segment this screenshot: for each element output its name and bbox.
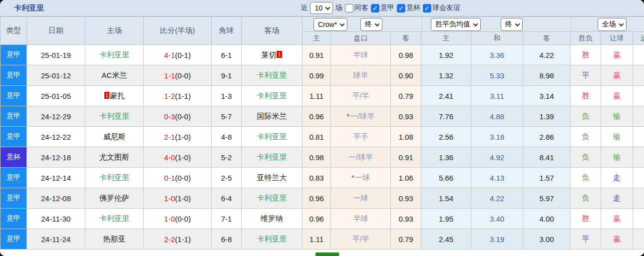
- corners-cell: 9-1: [212, 65, 242, 86]
- serie-a-checkbox[interactable]: [371, 4, 379, 12]
- avg-lose-odds: 8.98: [523, 65, 571, 86]
- avg-win-odds: 1.32: [421, 65, 471, 86]
- away-team: 维罗纳: [242, 209, 303, 229]
- bottom-strip: [0, 252, 644, 256]
- header-divider: [571, 17, 571, 31]
- avg-win-odds: 2.45: [421, 229, 471, 250]
- match-date: 24-12-18: [27, 147, 85, 168]
- away-team: 卡利亚里: [242, 65, 303, 86]
- corners-cell: 7-1: [212, 209, 242, 229]
- odds-home: 0.96: [303, 106, 331, 127]
- odds-home: 0.81: [303, 127, 331, 147]
- friendly-checkbox[interactable]: [423, 4, 431, 12]
- corners-cell: 5-2: [212, 147, 242, 168]
- odds-home: 0.96: [303, 209, 331, 229]
- avg-lose-odds: 5.97: [523, 188, 571, 209]
- odds-away: 0.79: [391, 229, 421, 250]
- col-header-away: 客场: [242, 17, 303, 45]
- subheader-handicap-result: 让球: [601, 32, 633, 45]
- filter-serie-a: 意甲: [371, 3, 394, 12]
- handicap-result-cell: 输: [601, 147, 633, 168]
- match-row: 意甲 24-11-24 热那亚 2-2(1-1) 6-8 卡利亚里 1.11 平…: [0, 229, 644, 250]
- handicap-result-cell: 赢: [601, 86, 633, 106]
- col-header-home: 主场: [85, 17, 144, 45]
- result-cell: 负: [571, 127, 601, 147]
- home-team: 威尼斯: [85, 127, 144, 147]
- corners-cell: 1-3: [212, 86, 242, 106]
- avg-draw-odds: 3.18: [471, 127, 523, 147]
- handicap-line: 一/球半: [331, 147, 391, 168]
- friendly-label: 球会友谊: [432, 3, 460, 12]
- handicap-line: 平手: [331, 127, 391, 147]
- avg-draw-odds: 4.92: [471, 147, 523, 168]
- recent-count-select[interactable]: 10: [310, 2, 333, 14]
- avg-lose-odds: 1.39: [523, 106, 571, 127]
- scope-select[interactable]: 全场: [598, 18, 627, 31]
- avg-win-odds: 2.41: [421, 86, 471, 106]
- handicap-line: 半球: [331, 209, 391, 229]
- match-history-table: 类型 日期 主场 比分(半场) 角球 客场 Crow* 终: [0, 16, 644, 250]
- odds-away: 0.90: [391, 65, 421, 86]
- avg-draw-odds: 4.88: [471, 106, 523, 127]
- handicap-result-cell: 赢: [601, 45, 633, 65]
- match-row: 意甲 24-12-14 卡利亚里 0-1(0-0) 2-5 亚特兰大 0.83 …: [0, 168, 644, 188]
- partial-cell: [633, 147, 644, 168]
- filter-controls: 近 10 场 同客 意甲 意杯 球会友谊: [301, 2, 460, 14]
- coppa-checkbox[interactable]: [397, 4, 405, 12]
- avg-lose-odds: 8.41: [523, 147, 571, 168]
- result-cell: 负: [571, 147, 601, 168]
- partial-cell: [633, 229, 644, 250]
- bottom-green-indicator: [316, 253, 339, 256]
- match-row: 意甲 25-01-12 AC米兰 1-1(0-0) 9-1 卡利亚里 0.99 …: [0, 65, 644, 86]
- score-cell: 1-0(0-0): [144, 209, 212, 229]
- score-cell: 4-0(1-0): [144, 147, 212, 168]
- match-date: 24-12-08: [27, 188, 85, 209]
- league-badge: 意甲: [0, 65, 27, 86]
- corners-cell: 6-8: [212, 229, 242, 250]
- handicap-result-cell: 赢: [601, 229, 633, 250]
- odds-home: 1.11: [303, 229, 331, 250]
- partial-cell: [633, 65, 644, 86]
- home-team: 佛罗伦萨: [85, 188, 144, 209]
- team-name-title: 卡利亚里: [14, 3, 44, 13]
- same-venue-checkbox[interactable]: [345, 4, 353, 12]
- result-cell: 胜: [571, 86, 601, 106]
- handicap-line: *一/球半: [331, 106, 391, 127]
- result-cell: 负: [571, 188, 601, 209]
- topbar: 卡利亚里 近 10 场 同客 意甲 意杯 球会友谊: [0, 0, 644, 16]
- avg-lose-odds: 4.00: [523, 209, 571, 229]
- match-row: 意甲 24-11-30 卡利亚里 1-0(0-0) 7-1 维罗纳 0.96 半…: [0, 209, 644, 229]
- avg-win-odds: 7.76: [421, 106, 471, 127]
- subheader-odds-away: 客: [391, 32, 421, 45]
- col-header-corners: 角球: [212, 17, 242, 45]
- home-team: AC米兰: [85, 65, 144, 86]
- result-cell: 胜: [571, 209, 601, 229]
- score-cell: 1-0(1-0): [144, 188, 212, 209]
- col-header-date: 日期: [27, 17, 85, 45]
- avg-win-odds: 5.66: [421, 168, 471, 188]
- odds-home: 0.96: [303, 188, 331, 209]
- home-team: 卡利亚里: [85, 106, 144, 127]
- odds-state-select[interactable]: 终: [360, 18, 382, 31]
- subheader-avg-win: 主: [421, 32, 471, 45]
- avg-odds-select[interactable]: 胜平负均值: [431, 18, 481, 31]
- match-date: 24-11-30: [27, 209, 85, 229]
- odds-home: 0.83: [303, 168, 331, 188]
- match-date: 25-01-19: [27, 45, 85, 65]
- team-match-history-panel: 卡利亚里 近 10 场 同客 意甲 意杯 球会友谊: [0, 0, 644, 256]
- match-date: 24-12-14: [27, 168, 85, 188]
- avg-state-select[interactable]: 终: [501, 18, 523, 31]
- chevron-down-icon: [375, 21, 380, 26]
- odds-company-select[interactable]: Crow*: [314, 18, 347, 31]
- corners-cell: 5-7: [212, 106, 242, 127]
- league-badge: 意甲: [0, 86, 27, 106]
- odds-away: 0.98: [391, 45, 421, 65]
- home-team: 热那亚: [85, 229, 144, 250]
- match-row: 意甲 24-12-29 卡利亚里 0-3(0-0) 5-7 国际米兰 0.96 …: [0, 106, 644, 127]
- header-divider: [421, 17, 422, 31]
- coppa-label: 意杯: [406, 3, 420, 12]
- handicap-line: 平/半: [331, 86, 391, 106]
- avg-draw-odds: 3.19: [471, 229, 523, 250]
- odds-away: 1.06: [391, 168, 421, 188]
- score-cell: 0-3(0-0): [144, 106, 212, 127]
